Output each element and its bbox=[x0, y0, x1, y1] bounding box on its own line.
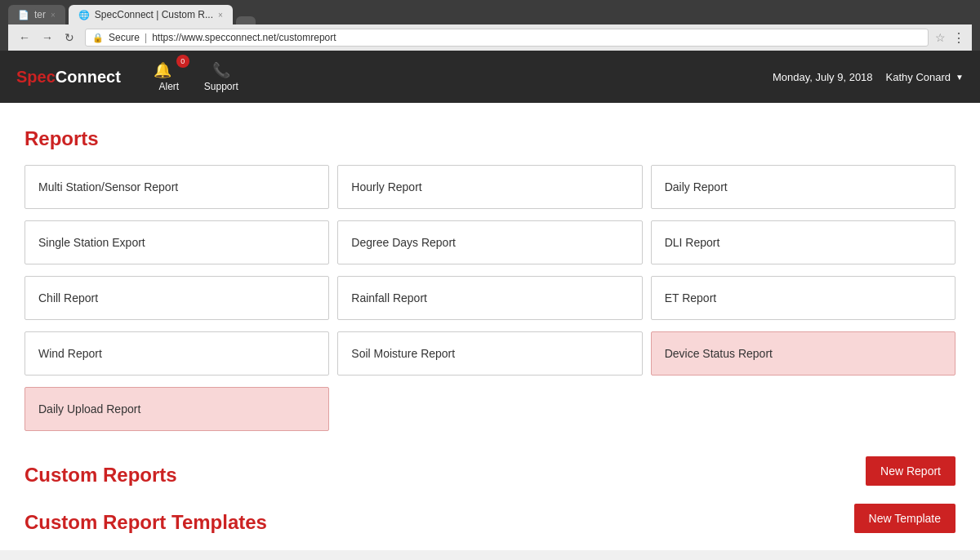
tab1-close[interactable]: × bbox=[51, 11, 56, 20]
custom-reports-title: Custom Reports bbox=[24, 464, 177, 487]
back-button[interactable]: ← bbox=[15, 29, 34, 46]
main-content: Reports Multi Station/Sensor Report Hour… bbox=[0, 103, 980, 550]
address-bar[interactable]: 🔒 Secure | https://www.specconnect.net/c… bbox=[85, 29, 929, 47]
reports-title: Reports bbox=[24, 127, 956, 150]
date-display: Monday, July 9, 2018 bbox=[773, 71, 873, 83]
menu-icon[interactable]: ⋮ bbox=[952, 30, 965, 46]
header-right: Monday, July 9, 2018 Kathy Conard ▼ bbox=[773, 71, 964, 83]
user-dropdown-arrow: ▼ bbox=[956, 73, 964, 82]
soil-moisture-report-btn[interactable]: Soil Moisture Report bbox=[337, 331, 642, 376]
wind-report-btn[interactable]: Wind Report bbox=[24, 331, 329, 376]
et-report-btn[interactable]: ET Report bbox=[651, 276, 956, 320]
tab1-label: ter bbox=[34, 9, 46, 20]
tab2-close[interactable]: × bbox=[218, 11, 223, 20]
app-header: SpecConnect 🔔 0 Alert 📞 Support Monday, … bbox=[0, 51, 980, 103]
address-separator: | bbox=[145, 32, 147, 43]
tab2-label: SpecConnect | Custom R... bbox=[95, 9, 213, 20]
secure-icon: 🔒 bbox=[92, 33, 104, 43]
alert-label: Alert bbox=[158, 81, 179, 92]
tab-1[interactable]: 📄 ter × bbox=[8, 5, 65, 24]
tab1-favicon: 📄 bbox=[18, 10, 29, 20]
chill-report-btn[interactable]: Chill Report bbox=[24, 276, 329, 320]
tab2-favicon: 🌐 bbox=[78, 10, 90, 20]
new-report-button[interactable]: New Report bbox=[866, 456, 956, 486]
degree-days-report-btn[interactable]: Degree Days Report bbox=[337, 220, 642, 264]
bookmark-icon[interactable]: ☆ bbox=[935, 31, 946, 44]
multi-station-sensor-report-btn[interactable]: Multi Station/Sensor Report bbox=[24, 165, 329, 209]
alert-nav-item[interactable]: 🔔 0 Alert bbox=[154, 61, 185, 92]
browser-tabs: 📄 ter × 🌐 SpecConnect | Custom R... × bbox=[8, 5, 972, 24]
reload-button[interactable]: ↻ bbox=[60, 29, 78, 46]
support-label: Support bbox=[204, 81, 238, 92]
daily-upload-report-btn[interactable]: Daily Upload Report bbox=[24, 387, 329, 431]
custom-templates-title: Custom Report Templates bbox=[24, 511, 267, 534]
custom-templates-header: Custom Report Templates New Template bbox=[24, 503, 956, 534]
nav-buttons: ← → ↻ bbox=[15, 29, 78, 46]
custom-reports-header: Custom Reports New Report bbox=[24, 456, 956, 487]
address-text: https://www.specconnect.net/customreport bbox=[152, 32, 336, 43]
reports-row-3: Chill Report Rainfall Report ET Report bbox=[24, 276, 956, 320]
header-nav: 🔔 0 Alert 📞 Support bbox=[154, 61, 238, 92]
custom-templates-section: Custom Report Templates New Template bbox=[24, 503, 956, 534]
single-station-export-btn[interactable]: Single Station Export bbox=[24, 220, 329, 264]
forward-button[interactable]: → bbox=[38, 29, 57, 46]
logo-connect: Connect bbox=[56, 68, 121, 87]
username: Kathy Conard bbox=[886, 71, 951, 83]
browser-chrome: 📄 ter × 🌐 SpecConnect | Custom R... × ← … bbox=[0, 0, 980, 51]
alert-badge: 0 bbox=[176, 55, 189, 68]
logo-spec: Spec bbox=[16, 68, 56, 87]
dli-report-btn[interactable]: DLI Report bbox=[651, 220, 956, 264]
hourly-report-btn[interactable]: Hourly Report bbox=[337, 165, 642, 209]
browser-toolbar: ← → ↻ 🔒 Secure | https://www.specconnect… bbox=[8, 24, 972, 51]
daily-report-btn[interactable]: Daily Report bbox=[651, 165, 956, 209]
reports-row-1: Multi Station/Sensor Report Hourly Repor… bbox=[24, 165, 956, 209]
device-status-report-btn[interactable]: Device Status Report bbox=[651, 331, 956, 376]
bell-icon: 🔔 bbox=[154, 61, 172, 79]
custom-reports-section: Custom Reports New Report bbox=[24, 456, 956, 487]
reports-row-5: Daily Upload Report bbox=[24, 387, 956, 431]
secure-label: Secure bbox=[109, 32, 140, 43]
support-nav-item[interactable]: 📞 Support bbox=[204, 61, 238, 92]
phone-icon: 📞 bbox=[212, 61, 230, 79]
tab-2[interactable]: 🌐 SpecConnect | Custom R... × bbox=[69, 5, 233, 24]
logo-area: SpecConnect bbox=[16, 68, 121, 87]
reports-row-2: Single Station Export Degree Days Report… bbox=[24, 220, 956, 264]
user-info[interactable]: Kathy Conard ▼ bbox=[886, 71, 964, 83]
new-template-button[interactable]: New Template bbox=[854, 504, 956, 533]
reports-row-4: Wind Report Soil Moisture Report Device … bbox=[24, 331, 956, 376]
rainfall-report-btn[interactable]: Rainfall Report bbox=[337, 276, 642, 320]
tab-3[interactable] bbox=[236, 16, 256, 24]
